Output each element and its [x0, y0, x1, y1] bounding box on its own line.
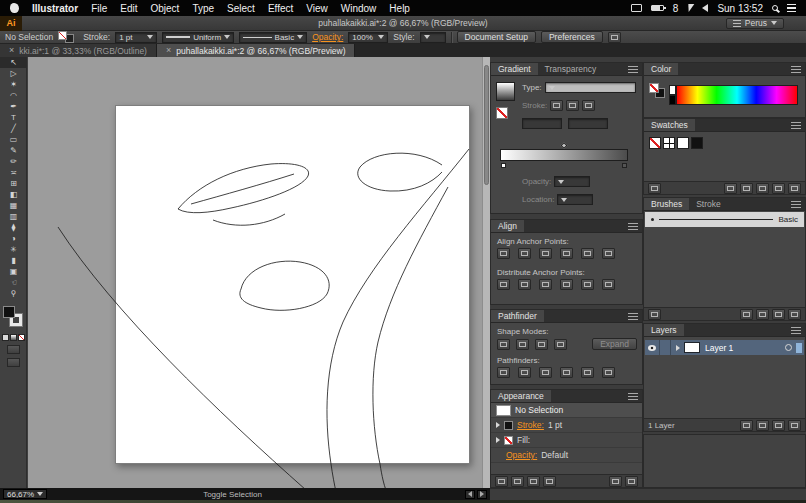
expand-button[interactable]: Expand	[592, 338, 637, 350]
white-chip[interactable]	[669, 85, 676, 95]
crop-icon[interactable]	[560, 367, 573, 378]
stroke-gradient-across-icon[interactable]	[582, 100, 595, 111]
new-brush-icon[interactable]	[772, 309, 785, 320]
eye-icon[interactable]	[648, 345, 656, 351]
tab-color[interactable]: Color	[644, 63, 678, 75]
trim-icon[interactable]	[518, 367, 531, 378]
none-button[interactable]	[18, 334, 25, 341]
layer-name-label[interactable]: Layer 1	[705, 343, 733, 353]
align-right-icon[interactable]	[539, 248, 552, 259]
tool-magic-wand[interactable]: ✶	[0, 79, 27, 90]
menu-app-name[interactable]: Illustrator	[32, 3, 78, 14]
tool-direct-selection[interactable]: ▷	[0, 68, 27, 79]
display-icon[interactable]	[631, 4, 642, 12]
distribute-center-h-icon[interactable]	[581, 279, 594, 290]
close-icon[interactable]: ×	[9, 46, 14, 55]
spotlight-icon[interactable]	[772, 5, 778, 11]
new-sublayer-icon[interactable]	[756, 420, 769, 431]
tool-column-graph[interactable]: ▮	[0, 255, 27, 266]
notification-center-icon[interactable]	[787, 4, 796, 12]
fill-stroke-proxy[interactable]	[58, 31, 78, 43]
distribute-right-icon[interactable]	[602, 279, 615, 290]
opacity-link[interactable]: Opacity:	[312, 32, 343, 42]
new-color-group-icon[interactable]	[756, 183, 769, 194]
new-layer-icon[interactable]	[772, 420, 785, 431]
opacity-field[interactable]: 100%	[348, 32, 388, 43]
divide-icon[interactable]	[497, 367, 510, 378]
tool-hand[interactable]: ☜	[0, 277, 27, 288]
color-fill-stroke-pair[interactable]	[649, 83, 667, 99]
menu-window[interactable]: Window	[341, 3, 377, 14]
chevron-right-icon[interactable]	[496, 422, 500, 428]
gradient-location-field[interactable]	[557, 194, 593, 205]
color-fill-swatch[interactable]	[649, 83, 659, 93]
tool-pencil[interactable]: ✏	[0, 156, 27, 167]
tool-shape-builder[interactable]: ◧	[0, 189, 27, 200]
panel-menu-icon[interactable]	[791, 327, 801, 334]
make-clipping-mask-icon[interactable]	[740, 420, 753, 431]
brush-libraries-icon[interactable]	[648, 309, 661, 320]
swatch-registration[interactable]	[663, 137, 675, 149]
swatch-none[interactable]	[649, 137, 661, 149]
tool-symbol-sprayer[interactable]: ✳	[0, 244, 27, 255]
workspace-switcher[interactable]: Perus	[726, 18, 784, 29]
intersect-icon[interactable]	[535, 339, 548, 350]
scroll-right-button[interactable]	[477, 490, 487, 499]
gradient-type-dropdown[interactable]	[545, 82, 636, 93]
gradient-midpoint-handle[interactable]	[560, 142, 567, 149]
panel-menu-icon[interactable]	[791, 66, 801, 73]
style-dropdown[interactable]	[420, 32, 446, 43]
tool-pen[interactable]: ✒	[0, 101, 27, 112]
tool-width[interactable]: ≍	[0, 167, 27, 178]
appearance-stroke-swatch[interactable]	[504, 421, 513, 430]
zoom-control[interactable]: 66,67%	[3, 489, 47, 499]
layer-target-icon[interactable]	[785, 344, 792, 351]
add-effect-icon[interactable]	[527, 476, 540, 487]
menu-select[interactable]: Select	[227, 3, 255, 14]
align-top-icon[interactable]	[560, 248, 573, 259]
tool-selection[interactable]: ↖	[0, 57, 27, 68]
stroke-gradient-along-icon[interactable]	[566, 100, 579, 111]
menu-view[interactable]: View	[306, 3, 328, 14]
appearance-fill-swatch[interactable]	[504, 436, 513, 445]
artboard[interactable]	[115, 105, 470, 464]
layer-selection-indicator[interactable]	[796, 343, 802, 353]
distribute-left-icon[interactable]	[560, 279, 573, 290]
layer-expand-cell[interactable]	[671, 340, 684, 355]
fill-color-well[interactable]	[3, 306, 15, 318]
distribute-center-v-icon[interactable]	[518, 279, 531, 290]
panel-menu-icon[interactable]	[791, 122, 801, 129]
tab-swatches[interactable]: Swatches	[644, 119, 695, 131]
delete-item-icon[interactable]	[625, 476, 638, 487]
document-tab-1[interactable]: × kki.ai*:1 @ 33,33% (RGB/Outline)	[0, 44, 157, 57]
fill-swatch[interactable]	[58, 31, 67, 40]
stroke-gradient-within-icon[interactable]	[550, 100, 563, 111]
distribute-bottom-icon[interactable]	[539, 279, 552, 290]
tool-artboard[interactable]: ▣	[0, 266, 27, 277]
layer-lock-cell[interactable]	[660, 340, 671, 355]
tool-mesh[interactable]: ▦	[0, 200, 27, 211]
tab-stroke[interactable]: Stroke	[689, 198, 728, 210]
swatch-black[interactable]	[691, 137, 703, 149]
vertical-scrollbar[interactable]	[482, 57, 490, 488]
show-kinds-icon[interactable]	[724, 183, 737, 194]
menu-help[interactable]: Help	[389, 3, 410, 14]
appearance-stroke-row[interactable]: Stroke: 1 pt	[491, 418, 642, 433]
appearance-stroke-link[interactable]: Stroke:	[517, 420, 544, 430]
align-center-v-icon[interactable]	[581, 248, 594, 259]
outline-icon[interactable]	[581, 367, 594, 378]
chevron-right-icon[interactable]	[496, 437, 500, 443]
align-options-icon-button[interactable]	[608, 32, 621, 43]
appearance-opacity-row[interactable]: Opacity: Default	[491, 448, 642, 463]
appearance-opacity-link[interactable]: Opacity:	[506, 450, 537, 460]
delete-brush-icon[interactable]	[788, 309, 801, 320]
remove-brush-stroke-icon[interactable]	[740, 309, 753, 320]
align-left-icon[interactable]	[497, 248, 510, 259]
add-new-stroke-icon[interactable]	[495, 476, 508, 487]
exclude-icon[interactable]	[554, 339, 567, 350]
screen-mode-button[interactable]	[7, 358, 20, 367]
minus-back-icon[interactable]	[602, 367, 615, 378]
stroke-weight-field[interactable]: 1 pt	[115, 32, 157, 43]
apple-menu-icon[interactable]	[10, 3, 19, 13]
layer-visibility-cell[interactable]	[645, 340, 660, 355]
